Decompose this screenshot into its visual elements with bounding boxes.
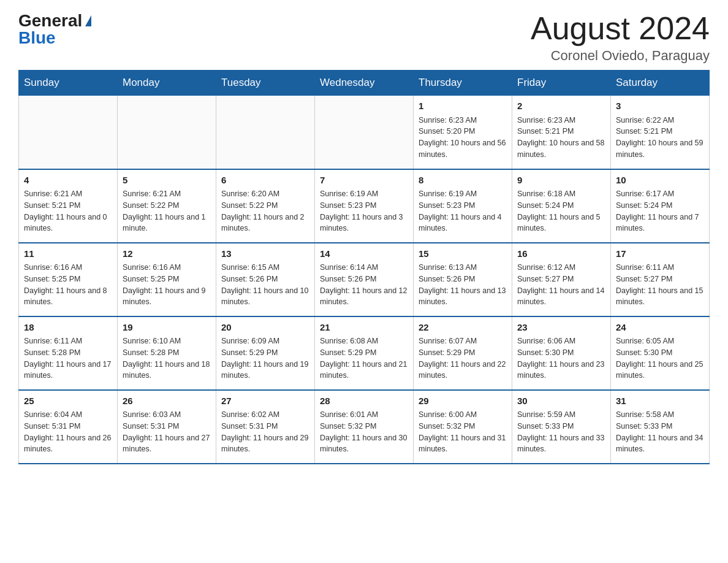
day-number: 17 <box>616 247 704 261</box>
calendar-cell: 24Sunrise: 6:05 AMSunset: 5:30 PMDayligh… <box>611 316 710 390</box>
day-info: Sunrise: 6:11 AMSunset: 5:28 PMDaylight:… <box>24 335 112 381</box>
day-info: Sunrise: 6:17 AMSunset: 5:24 PMDaylight:… <box>616 188 704 234</box>
day-number: 29 <box>419 394 507 408</box>
calendar-cell <box>118 96 216 169</box>
logo-blue-text: Blue <box>18 29 56 47</box>
day-info: Sunrise: 6:19 AMSunset: 5:23 PMDaylight:… <box>320 188 408 234</box>
day-info: Sunrise: 6:05 AMSunset: 5:30 PMDaylight:… <box>616 335 704 381</box>
calendar-body: 1Sunrise: 6:23 AMSunset: 5:20 PMDaylight… <box>19 96 710 464</box>
title-block: August 2024 Coronel Oviedo, Paraguay <box>531 12 710 64</box>
day-info: Sunrise: 6:22 AMSunset: 5:21 PMDaylight:… <box>616 115 704 161</box>
day-number: 26 <box>123 394 211 408</box>
header-cell-monday: Monday <box>118 71 216 96</box>
day-number: 4 <box>24 174 112 188</box>
day-number: 6 <box>221 174 309 188</box>
day-number: 28 <box>320 394 408 408</box>
calendar-cell: 5Sunrise: 6:21 AMSunset: 5:22 PMDaylight… <box>118 169 216 243</box>
calendar-cell <box>315 96 414 169</box>
calendar-cell: 7Sunrise: 6:19 AMSunset: 5:23 PMDaylight… <box>315 169 414 243</box>
day-number: 10 <box>616 174 704 188</box>
calendar-cell <box>216 96 315 169</box>
day-number: 1 <box>419 99 507 113</box>
location-label: Coronel Oviedo, Paraguay <box>531 48 710 64</box>
calendar-cell: 19Sunrise: 6:10 AMSunset: 5:28 PMDayligh… <box>118 316 216 390</box>
calendar-cell <box>19 96 118 169</box>
logo-general-text: General <box>18 12 82 29</box>
calendar-cell: 26Sunrise: 6:03 AMSunset: 5:31 PMDayligh… <box>118 390 216 464</box>
calendar-cell: 2Sunrise: 6:23 AMSunset: 5:21 PMDaylight… <box>512 96 611 169</box>
day-info: Sunrise: 5:59 AMSunset: 5:33 PMDaylight:… <box>517 409 605 455</box>
calendar-cell: 17Sunrise: 6:11 AMSunset: 5:27 PMDayligh… <box>611 243 710 316</box>
calendar-table: SundayMondayTuesdayWednesdayThursdayFrid… <box>18 70 710 464</box>
day-number: 25 <box>24 394 112 408</box>
calendar-cell: 14Sunrise: 6:14 AMSunset: 5:26 PMDayligh… <box>315 243 414 316</box>
calendar-cell: 1Sunrise: 6:23 AMSunset: 5:20 PMDaylight… <box>414 96 512 169</box>
day-info: Sunrise: 6:23 AMSunset: 5:20 PMDaylight:… <box>419 115 507 161</box>
day-info: Sunrise: 6:23 AMSunset: 5:21 PMDaylight:… <box>517 115 605 161</box>
day-number: 7 <box>320 174 408 188</box>
header-row: SundayMondayTuesdayWednesdayThursdayFrid… <box>19 71 710 96</box>
day-info: Sunrise: 6:03 AMSunset: 5:31 PMDaylight:… <box>123 409 211 455</box>
day-info: Sunrise: 6:16 AMSunset: 5:25 PMDaylight:… <box>123 262 211 308</box>
calendar-cell: 8Sunrise: 6:19 AMSunset: 5:23 PMDaylight… <box>414 169 512 243</box>
calendar-cell: 9Sunrise: 6:18 AMSunset: 5:24 PMDaylight… <box>512 169 611 243</box>
day-info: Sunrise: 6:14 AMSunset: 5:26 PMDaylight:… <box>320 262 408 308</box>
day-number: 19 <box>123 321 211 335</box>
day-info: Sunrise: 6:08 AMSunset: 5:29 PMDaylight:… <box>320 335 408 381</box>
calendar-cell: 29Sunrise: 6:00 AMSunset: 5:32 PMDayligh… <box>414 390 512 464</box>
header-cell-wednesday: Wednesday <box>315 71 414 96</box>
day-number: 30 <box>517 394 605 408</box>
header-cell-thursday: Thursday <box>414 71 512 96</box>
day-info: Sunrise: 6:21 AMSunset: 5:22 PMDaylight:… <box>123 188 211 234</box>
calendar-cell: 10Sunrise: 6:17 AMSunset: 5:24 PMDayligh… <box>611 169 710 243</box>
calendar-cell: 16Sunrise: 6:12 AMSunset: 5:27 PMDayligh… <box>512 243 611 316</box>
day-number: 27 <box>221 394 309 408</box>
page-header: General Blue August 2024 Coronel Oviedo,… <box>18 12 710 64</box>
calendar-cell: 3Sunrise: 6:22 AMSunset: 5:21 PMDaylight… <box>611 96 710 169</box>
day-number: 21 <box>320 321 408 335</box>
day-info: Sunrise: 6:02 AMSunset: 5:31 PMDaylight:… <box>221 409 309 455</box>
day-number: 16 <box>517 247 605 261</box>
day-info: Sunrise: 6:21 AMSunset: 5:21 PMDaylight:… <box>24 188 112 234</box>
day-info: Sunrise: 5:58 AMSunset: 5:33 PMDaylight:… <box>616 409 704 455</box>
day-info: Sunrise: 6:12 AMSunset: 5:27 PMDaylight:… <box>517 262 605 308</box>
header-cell-saturday: Saturday <box>611 71 710 96</box>
day-info: Sunrise: 6:15 AMSunset: 5:26 PMDaylight:… <box>221 262 309 308</box>
calendar-cell: 27Sunrise: 6:02 AMSunset: 5:31 PMDayligh… <box>216 390 315 464</box>
day-number: 3 <box>616 99 704 113</box>
day-number: 8 <box>419 174 507 188</box>
calendar-week-1: 1Sunrise: 6:23 AMSunset: 5:20 PMDaylight… <box>19 96 710 169</box>
calendar-cell: 12Sunrise: 6:16 AMSunset: 5:25 PMDayligh… <box>118 243 216 316</box>
day-number: 12 <box>123 247 211 261</box>
calendar-cell: 31Sunrise: 5:58 AMSunset: 5:33 PMDayligh… <box>611 390 710 464</box>
calendar-header: SundayMondayTuesdayWednesdayThursdayFrid… <box>19 71 710 96</box>
day-info: Sunrise: 6:09 AMSunset: 5:29 PMDaylight:… <box>221 335 309 381</box>
calendar-week-5: 25Sunrise: 6:04 AMSunset: 5:31 PMDayligh… <box>19 390 710 464</box>
month-title: August 2024 <box>531 12 710 44</box>
day-number: 13 <box>221 247 309 261</box>
calendar-week-2: 4Sunrise: 6:21 AMSunset: 5:21 PMDaylight… <box>19 169 710 243</box>
day-info: Sunrise: 6:01 AMSunset: 5:32 PMDaylight:… <box>320 409 408 455</box>
calendar-cell: 22Sunrise: 6:07 AMSunset: 5:29 PMDayligh… <box>414 316 512 390</box>
calendar-cell: 20Sunrise: 6:09 AMSunset: 5:29 PMDayligh… <box>216 316 315 390</box>
day-number: 5 <box>123 174 211 188</box>
day-info: Sunrise: 6:10 AMSunset: 5:28 PMDaylight:… <box>123 335 211 381</box>
day-number: 9 <box>517 174 605 188</box>
day-info: Sunrise: 6:18 AMSunset: 5:24 PMDaylight:… <box>517 188 605 234</box>
day-number: 20 <box>221 321 309 335</box>
calendar-cell: 11Sunrise: 6:16 AMSunset: 5:25 PMDayligh… <box>19 243 118 316</box>
calendar-cell: 13Sunrise: 6:15 AMSunset: 5:26 PMDayligh… <box>216 243 315 316</box>
day-info: Sunrise: 6:11 AMSunset: 5:27 PMDaylight:… <box>616 262 704 308</box>
header-cell-friday: Friday <box>512 71 611 96</box>
calendar-cell: 28Sunrise: 6:01 AMSunset: 5:32 PMDayligh… <box>315 390 414 464</box>
calendar-cell: 15Sunrise: 6:13 AMSunset: 5:26 PMDayligh… <box>414 243 512 316</box>
day-info: Sunrise: 6:00 AMSunset: 5:32 PMDaylight:… <box>419 409 507 455</box>
day-number: 15 <box>419 247 507 261</box>
calendar-cell: 23Sunrise: 6:06 AMSunset: 5:30 PMDayligh… <box>512 316 611 390</box>
day-number: 22 <box>419 321 507 335</box>
calendar-cell: 4Sunrise: 6:21 AMSunset: 5:21 PMDaylight… <box>19 169 118 243</box>
day-info: Sunrise: 6:20 AMSunset: 5:22 PMDaylight:… <box>221 188 309 234</box>
day-number: 23 <box>517 321 605 335</box>
header-cell-tuesday: Tuesday <box>216 71 315 96</box>
calendar-cell: 6Sunrise: 6:20 AMSunset: 5:22 PMDaylight… <box>216 169 315 243</box>
